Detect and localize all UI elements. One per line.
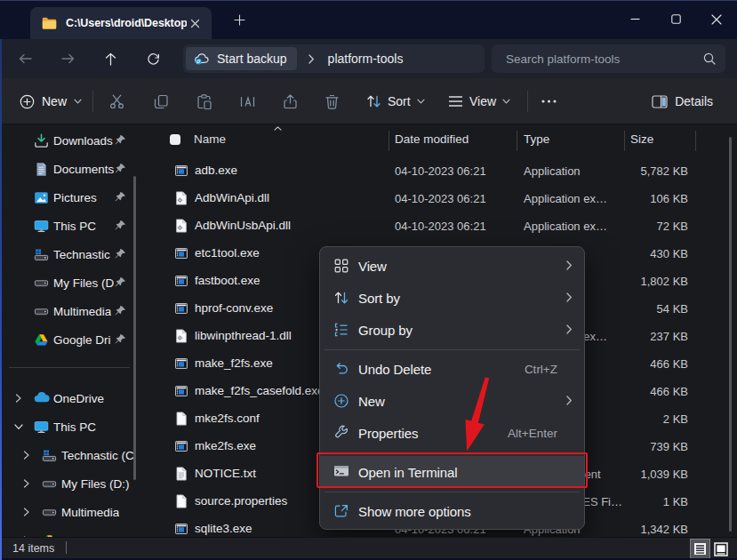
thumbnail-view-toggle-icon[interactable] (711, 540, 730, 558)
sidebar-item-documents[interactable]: Documents (2, 155, 151, 183)
file-name[interactable]: adb.exe (195, 164, 237, 177)
chevron-right-icon[interactable] (21, 450, 32, 460)
search-input[interactable]: Search platform-tools (492, 44, 725, 73)
sidebar-item-google-dri[interactable]: Google Dri (2, 325, 151, 354)
chevron-right-icon[interactable] (21, 478, 32, 489)
file-size: 466 KB (569, 357, 688, 371)
drive-icon (34, 304, 49, 319)
page-file-icon (174, 412, 188, 426)
file-name[interactable]: mke2fs.exe (195, 439, 256, 452)
file-name[interactable]: make_f2fs_casefold.exe (195, 384, 324, 397)
file-name[interactable]: AdbWinApi.dll (195, 191, 269, 204)
file-name[interactable]: etc1tool.exe (195, 246, 260, 260)
breadcrumb-start-backup[interactable]: Start backup (186, 47, 297, 70)
column-header-size[interactable]: Size (630, 132, 653, 146)
sidebar-item-pictures[interactable]: Pictures (2, 183, 151, 212)
breadcrumb-current-folder[interactable]: platform-tools (328, 52, 404, 66)
drivesys-icon (34, 247, 49, 262)
pin-icon (114, 333, 126, 346)
menu-item-view[interactable]: View (320, 250, 584, 282)
tree-item-label: Technastic (C (61, 449, 134, 462)
share-icon[interactable] (275, 86, 305, 116)
file-name[interactable]: fastboot.exe (195, 274, 260, 287)
menu-item-undo-delete[interactable]: Undo DeleteCtrl+Z (320, 353, 584, 385)
file-list-scrollbar[interactable] (729, 137, 732, 532)
drive-icon (34, 276, 49, 291)
new-tab-button[interactable] (229, 10, 249, 29)
table-row[interactable]: adb.exe04-10-2023 06:21Application5,782 … (151, 157, 734, 185)
explorer-tab[interactable]: C:\Users\droid\Desktop\ (30, 7, 212, 39)
view-button[interactable]: View (441, 86, 517, 116)
sidebar-item-multimedia[interactable]: Multimedia (2, 297, 151, 325)
search-placeholder: Search platform-tools (506, 52, 620, 66)
file-name[interactable]: NOTICE.txt (195, 467, 256, 480)
copy-icon[interactable] (146, 86, 176, 116)
select-all-checkbox[interactable] (170, 134, 180, 145)
forward-icon[interactable] (57, 49, 78, 68)
menu-item-show-more-options[interactable]: Show more options (320, 495, 584, 527)
column-separator[interactable] (389, 131, 389, 151)
file-name[interactable]: mke2fs.conf (195, 412, 260, 425)
status-divider (66, 541, 67, 554)
menu-item-properties[interactable]: PropertiesAlt+Enter (320, 417, 584, 449)
file-name[interactable]: libwinpthread-1.dll (195, 329, 292, 342)
sidebar-scrollbar[interactable] (133, 176, 136, 480)
close-icon[interactable] (696, 0, 737, 38)
chevron-right-icon[interactable] (13, 393, 24, 404)
menu-separator (320, 346, 584, 353)
tab-close-icon[interactable] (187, 15, 203, 31)
cut-icon[interactable] (101, 86, 132, 116)
details-pane-button[interactable]: Details (646, 86, 718, 116)
menu-item-group-by[interactable]: Group by (320, 314, 584, 346)
sort-button[interactable]: Sort (359, 86, 432, 116)
chevron-right-icon[interactable] (21, 507, 32, 517)
chevron-down-icon[interactable] (13, 421, 24, 432)
sidebar-item-technastic[interactable]: Technastic (2, 240, 151, 268)
tree-item-multimedia[interactable]: Multimedia (2, 498, 151, 526)
details-view-toggle-icon[interactable] (691, 540, 709, 558)
menu-item-sort-by[interactable]: Sort by (320, 282, 584, 314)
tree-item-onedrive[interactable]: OneDrive (2, 384, 151, 412)
file-name[interactable]: source.properties (195, 494, 287, 508)
menu-item-label: Properties (358, 426, 418, 441)
column-separator[interactable] (517, 131, 517, 151)
file-name[interactable]: hprof-conv.exe (195, 301, 273, 315)
column-header-type[interactable]: Type (524, 132, 549, 146)
sidebar-item-downloads[interactable]: Downloads (2, 126, 151, 155)
file-name[interactable]: AdbWinUsbApi.dll (195, 219, 291, 232)
table-row[interactable]: AdbWinUsbApi.dll04-10-2023 06:21Applicat… (151, 212, 734, 240)
search-icon[interactable] (703, 52, 716, 65)
maximize-icon[interactable] (655, 0, 696, 38)
folder-icon (42, 17, 57, 29)
table-row[interactable]: AdbWinApi.dll04-10-2023 06:21Application… (151, 185, 734, 212)
tree-item-this-pc[interactable]: This PC (2, 412, 151, 441)
up-icon[interactable] (100, 49, 121, 68)
tree-item-technastic-c[interactable]: Technastic (C (2, 441, 151, 469)
column-separator[interactable] (695, 131, 696, 151)
desktop-edge-strip (0, 39, 2, 560)
tree-item-label: My Files (D:) (61, 477, 130, 491)
sidebar-item-this-pc[interactable]: This PC (2, 212, 151, 240)
file-size: 1 KB (569, 495, 688, 508)
rename-icon[interactable] (232, 86, 262, 116)
column-separator[interactable] (624, 131, 625, 151)
pin-icon (114, 163, 126, 175)
paste-icon[interactable] (188, 86, 219, 116)
exe-file-icon (174, 356, 188, 371)
column-header-name[interactable]: Name (194, 132, 226, 146)
new-button[interactable]: New (12, 86, 90, 116)
more-options-icon[interactable] (533, 86, 564, 116)
tree-item-my-files-d[interactable]: My Files (D:) (2, 469, 151, 498)
delete-icon[interactable] (316, 86, 347, 116)
sidebar-item-my-files-d[interactable]: My Files (D (2, 268, 151, 297)
file-name[interactable]: make_f2fs.exe (195, 356, 273, 370)
column-header-date[interactable]: Date modified (395, 132, 469, 146)
file-size: 739 KB (569, 440, 688, 453)
menu-item-new[interactable]: New (320, 385, 584, 417)
minimize-icon[interactable] (614, 0, 655, 38)
menu-separator (320, 488, 584, 495)
address-bar[interactable]: Start backup platform-tools (183, 44, 485, 73)
file-name[interactable]: sqlite3.exe (195, 522, 252, 535)
back-icon[interactable] (14, 49, 36, 68)
refresh-icon[interactable] (142, 49, 164, 68)
